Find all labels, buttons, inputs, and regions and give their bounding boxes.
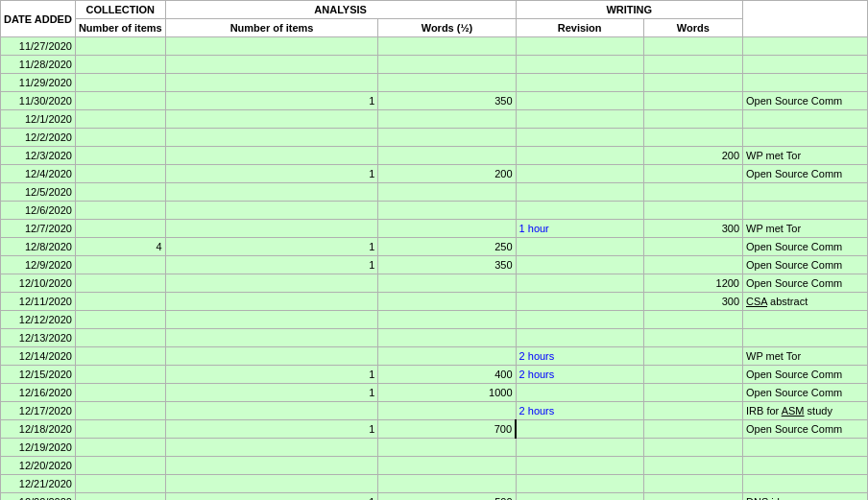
cell-writing-words[interactable]	[643, 366, 742, 384]
cell-major-goal[interactable]	[743, 475, 868, 493]
cell-writing-revision[interactable]	[516, 74, 643, 92]
cell-major-goal[interactable]	[743, 110, 868, 129]
cell-writing-words[interactable]: 300	[643, 293, 742, 311]
cell-major-goal[interactable]	[743, 37, 868, 56]
cell-major-goal[interactable]	[743, 439, 868, 457]
cell-writing-words[interactable]	[643, 493, 742, 501]
cell-date[interactable]: 12/9/2020	[1, 256, 76, 274]
cell-collection[interactable]	[75, 147, 165, 165]
cell-analysis-words[interactable]: 700	[378, 420, 516, 439]
cell-analysis-words[interactable]	[378, 74, 516, 92]
cell-writing-revision[interactable]	[516, 293, 643, 311]
cell-analysis-num[interactable]	[165, 183, 378, 202]
cell-date[interactable]: 12/14/2020	[1, 347, 76, 366]
cell-collection[interactable]	[75, 493, 165, 501]
cell-date[interactable]: 12/22/2020	[1, 493, 76, 501]
cell-analysis-words[interactable]	[378, 183, 516, 202]
cell-major-goal[interactable]: Open Source Comm	[743, 238, 868, 256]
cell-collection[interactable]	[75, 329, 165, 347]
cell-major-goal[interactable]: Open Source Comm	[743, 274, 868, 293]
cell-major-goal[interactable]: Open Source Comm	[743, 366, 868, 384]
cell-analysis-num[interactable]	[165, 457, 378, 475]
cell-analysis-num[interactable]	[165, 129, 378, 147]
cell-analysis-words[interactable]	[378, 311, 516, 329]
cell-analysis-num[interactable]	[165, 56, 378, 74]
cell-date[interactable]: 12/18/2020	[1, 420, 76, 439]
cell-writing-revision[interactable]	[516, 238, 643, 256]
cell-collection[interactable]	[75, 293, 165, 311]
cell-writing-words[interactable]: 200	[643, 147, 742, 165]
cell-collection[interactable]	[75, 110, 165, 129]
cell-date[interactable]: 12/16/2020	[1, 384, 76, 402]
cell-major-goal[interactable]: CSA abstract	[743, 293, 868, 311]
cell-writing-revision[interactable]	[516, 384, 643, 402]
cell-writing-revision[interactable]	[516, 329, 643, 347]
cell-analysis-num[interactable]: 1	[165, 92, 378, 110]
cell-writing-revision[interactable]: 2 hours	[516, 402, 643, 420]
cell-analysis-num[interactable]	[165, 293, 378, 311]
cell-collection[interactable]	[75, 347, 165, 366]
cell-collection[interactable]	[75, 475, 165, 493]
cell-date[interactable]: 12/4/2020	[1, 165, 76, 183]
cell-collection[interactable]	[75, 384, 165, 402]
cell-major-goal[interactable]	[743, 457, 868, 475]
cell-writing-words[interactable]	[643, 165, 742, 183]
cell-collection[interactable]: 4	[75, 238, 165, 256]
cell-analysis-words[interactable]	[378, 457, 516, 475]
cell-collection[interactable]	[75, 439, 165, 457]
cell-collection[interactable]	[75, 202, 165, 220]
cell-analysis-words[interactable]	[378, 293, 516, 311]
cell-writing-words[interactable]	[643, 384, 742, 402]
cell-collection[interactable]	[75, 92, 165, 110]
cell-writing-words[interactable]	[643, 129, 742, 147]
cell-major-goal[interactable]: Open Source Comm	[743, 256, 868, 274]
cell-collection[interactable]	[75, 220, 165, 238]
cell-writing-words[interactable]: 300	[643, 220, 742, 238]
cell-major-goal[interactable]: WP met Tor	[743, 220, 868, 238]
cell-writing-words[interactable]	[643, 74, 742, 92]
cell-collection[interactable]	[75, 311, 165, 329]
cell-analysis-words[interactable]: 200	[378, 165, 516, 183]
cell-analysis-words[interactable]	[378, 110, 516, 129]
cell-analysis-words[interactable]	[378, 147, 516, 165]
cell-writing-revision[interactable]	[516, 202, 643, 220]
cell-date[interactable]: 12/12/2020	[1, 311, 76, 329]
cell-analysis-num[interactable]: 1	[165, 420, 378, 439]
cell-writing-revision[interactable]	[516, 92, 643, 110]
cell-writing-words[interactable]	[643, 238, 742, 256]
cell-date[interactable]: 12/21/2020	[1, 475, 76, 493]
cell-collection[interactable]	[75, 402, 165, 420]
cell-analysis-words[interactable]	[378, 129, 516, 147]
cell-writing-words[interactable]	[643, 439, 742, 457]
cell-collection[interactable]	[75, 457, 165, 475]
cell-analysis-num[interactable]	[165, 110, 378, 129]
cell-major-goal[interactable]: IRB for ASM study	[743, 402, 868, 420]
cell-date[interactable]: 12/15/2020	[1, 366, 76, 384]
cell-writing-words[interactable]: 1200	[643, 274, 742, 293]
cell-analysis-num[interactable]	[165, 74, 378, 92]
cell-writing-revision[interactable]	[516, 420, 643, 439]
cell-writing-words[interactable]	[643, 202, 742, 220]
cell-analysis-words[interactable]	[378, 402, 516, 420]
cell-writing-revision[interactable]	[516, 56, 643, 74]
cell-major-goal[interactable]: Open Source Comm	[743, 420, 868, 439]
cell-collection[interactable]	[75, 366, 165, 384]
cell-writing-revision[interactable]	[516, 183, 643, 202]
cell-analysis-num[interactable]: 1	[165, 366, 378, 384]
cell-analysis-num[interactable]: 1	[165, 384, 378, 402]
cell-date[interactable]: 11/30/2020	[1, 92, 76, 110]
cell-writing-revision[interactable]	[516, 475, 643, 493]
cell-analysis-words[interactable]	[378, 56, 516, 74]
cell-analysis-num[interactable]	[165, 311, 378, 329]
cell-analysis-words[interactable]: 400	[378, 366, 516, 384]
cell-analysis-num[interactable]: 1	[165, 493, 378, 501]
cell-date[interactable]: 12/17/2020	[1, 402, 76, 420]
cell-date[interactable]: 12/10/2020	[1, 274, 76, 293]
cell-analysis-words[interactable]	[378, 274, 516, 293]
cell-analysis-words[interactable]: 350	[378, 256, 516, 274]
cell-writing-words[interactable]	[643, 457, 742, 475]
cell-writing-revision[interactable]: 1 hour	[516, 220, 643, 238]
cell-major-goal[interactable]	[743, 56, 868, 74]
cell-writing-words[interactable]	[643, 475, 742, 493]
cell-major-goal[interactable]: Open Source Comm	[743, 384, 868, 402]
